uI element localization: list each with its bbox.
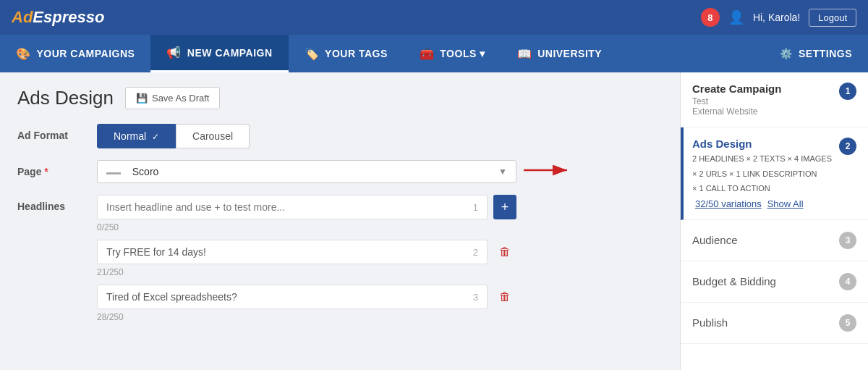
save-draft-button[interactable]: 💾 Save As Draft <box>125 87 220 109</box>
page-select-controls: ▬▬ Scoro ▼ Scoro <box>97 160 516 183</box>
headline-input-3: 3 <box>97 285 488 309</box>
sidebar-step3-title: Audience <box>692 234 738 246</box>
add-headline-button[interactable]: + <box>493 195 516 219</box>
sidebar-step5-title: Publish <box>692 316 728 329</box>
step-badge-1: 1 <box>839 83 856 100</box>
user-greeting: Hi, Karola! <box>753 12 800 23</box>
nav-item-your-tags[interactable]: 🏷️ YOUR TAGS <box>289 35 404 72</box>
step-badge-2: 2 <box>839 138 856 155</box>
step-badge-4: 4 <box>839 273 856 290</box>
sidebar-step-1[interactable]: Create Campaign Test External Website 1 <box>681 72 868 127</box>
settings-icon: ⚙️ <box>780 48 793 59</box>
headline-input-2: 2 <box>97 240 488 264</box>
format-normal-button[interactable]: Normal ✓ <box>97 124 176 148</box>
settings-label: SETTINGS <box>799 48 852 59</box>
campaigns-icon: 🎨 <box>16 47 31 61</box>
headline-num-1: 1 <box>473 202 478 213</box>
save-draft-label: Save As Draft <box>152 93 209 104</box>
sidebar-step-5[interactable]: Publish 5 <box>681 303 868 344</box>
headline-num-2: 2 <box>473 247 478 258</box>
nav-settings[interactable]: ⚙️ SETTINGS <box>764 35 868 72</box>
tools-icon: 🧰 <box>420 47 435 61</box>
sidebar-step-4[interactable]: Budget & Bidding 4 <box>681 261 868 303</box>
headline-count-3: 28/250 <box>97 312 516 322</box>
logout-button[interactable]: Logout <box>809 9 856 27</box>
university-icon: 📖 <box>517 47 532 61</box>
page-row: Page * ▬▬ Scoro ▼ Scoro <box>17 160 663 183</box>
show-all-link[interactable]: Show All <box>767 198 804 209</box>
content-area: Ads Design 💾 Save As Draft Ad Format Nor… <box>0 72 680 370</box>
headline-num-3: 3 <box>473 292 478 303</box>
headline-text-1[interactable] <box>106 201 473 213</box>
main-layout: Ads Design 💾 Save As Draft Ad Format Nor… <box>0 72 868 370</box>
ad-format-row: Ad Format Normal ✓ Carousel <box>17 124 663 148</box>
headline-text-2[interactable] <box>106 246 473 258</box>
arrow-hint <box>524 163 574 180</box>
step-badge-5: 5 <box>839 314 856 332</box>
sidebar-step1-sub1: Test <box>692 96 833 106</box>
page-select-wrapper[interactable]: ▬▬ Scoro ▼ Scoro <box>97 160 516 183</box>
sidebar: Create Campaign Test External Website 1 … <box>680 72 868 370</box>
step-badge-3: 3 <box>839 232 856 249</box>
ad-format-controls: Normal ✓ Carousel <box>97 124 663 148</box>
required-marker: * <box>44 166 48 177</box>
nav-university-label: UNIVERSITY <box>537 48 602 59</box>
logo: AdEspresso <box>12 8 104 27</box>
navbar: 🎨 YOUR CAMPAIGNS 📢 NEW CAMPAIGN 🏷️ YOUR … <box>0 35 868 72</box>
sidebar-step1-sub2: External Website <box>692 106 833 117</box>
user-avatar-icon: 👤 <box>728 9 744 25</box>
tags-icon: 🏷️ <box>305 47 320 61</box>
ad-format-group: Normal ✓ Carousel <box>97 124 663 148</box>
nav-item-campaigns[interactable]: 🎨 YOUR CAMPAIGNS <box>0 35 150 72</box>
new-campaign-icon: 📢 <box>166 46 182 59</box>
headlines-controls: 1 + 0/250 2 🗑 21/250 <box>97 195 516 329</box>
sidebar-step2-desc1: 2 HEADLINES × 2 TEXTS × 4 IMAGES <box>692 153 833 165</box>
nav-item-university[interactable]: 📖 UNIVERSITY <box>501 35 618 72</box>
nav-campaigns-label: YOUR CAMPAIGNS <box>37 48 135 59</box>
nav-tags-label: YOUR TAGS <box>325 48 388 59</box>
sidebar-step2-title: Ads Design <box>692 138 833 150</box>
sidebar-step1-title: Create Campaign <box>692 83 833 95</box>
delete-headline-3-button[interactable]: 🗑 <box>493 285 516 309</box>
save-icon: 💾 <box>136 93 148 104</box>
headline-row-1: 1 + <box>97 195 516 219</box>
notification-badge[interactable]: 8 <box>701 8 720 27</box>
sidebar-step-2[interactable]: Ads Design 2 HEADLINES × 2 TEXTS × 4 IMA… <box>681 127 868 220</box>
page-header: Ads Design 💾 Save As Draft <box>17 87 663 109</box>
sidebar-step2-desc2: × 2 URLS × 1 LINK DESCRIPTION <box>692 168 833 180</box>
headline-count-2: 21/250 <box>97 267 516 277</box>
ad-format-label: Ad Format <box>17 124 97 141</box>
headline-text-3[interactable] <box>106 291 473 303</box>
headlines-row: Headlines 1 + 0/250 2 🗑 <box>17 195 663 329</box>
delete-headline-2-button[interactable]: 🗑 <box>493 240 516 264</box>
topbar: AdEspresso 8 👤 Hi, Karola! Logout <box>0 0 868 35</box>
sidebar-step-3[interactable]: Audience 3 <box>681 220 868 261</box>
headline-row-2: 2 🗑 <box>97 240 516 264</box>
format-carousel-button[interactable]: Carousel <box>176 124 250 148</box>
headline-input-1: 1 <box>97 195 488 219</box>
nav-new-campaign-label: NEW CAMPAIGN <box>187 47 273 59</box>
sidebar-step4-title: Budget & Bidding <box>692 275 776 287</box>
headlines-label: Headlines <box>17 195 97 212</box>
page-field-label: Page * <box>17 160 97 177</box>
headline-count-1: 0/250 <box>97 222 516 232</box>
topbar-right: 8 👤 Hi, Karola! Logout <box>701 8 856 27</box>
nav-item-tools[interactable]: 🧰 TOOLS ▾ <box>404 35 501 72</box>
nav-tools-label: TOOLS ▾ <box>440 48 485 59</box>
sidebar-variations: 32/50 variations Show All <box>692 198 833 209</box>
headline-row-3: 3 🗑 <box>97 285 516 309</box>
nav-item-new-campaign[interactable]: 📢 NEW CAMPAIGN <box>150 35 288 72</box>
checkmark-icon: ✓ <box>152 132 159 142</box>
page-title: Ads Design <box>17 87 114 109</box>
sidebar-step2-desc3: × 1 CALL TO ACTION <box>692 182 833 195</box>
